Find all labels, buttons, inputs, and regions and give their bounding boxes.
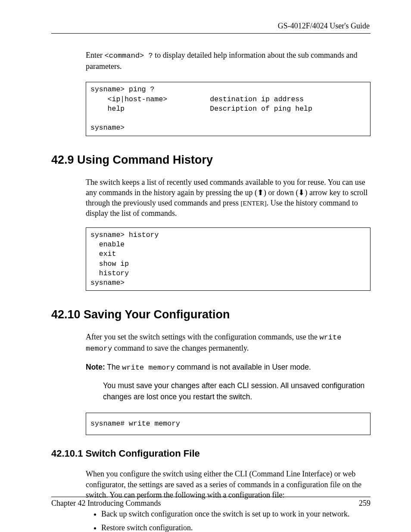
page-footer: Chapter 42 Introducing Commands 259 [51,497,371,508]
sc-text-a: After you set the switch settings with t… [86,333,319,341]
note-write-memory-cmd: write memory [122,364,174,372]
switch-config-paragraph: When you configure the switch using eith… [86,469,371,500]
heading-command-history: 42.9 Using Command History [51,153,371,167]
footer-rule [51,497,371,497]
note-label: Note: [86,363,105,371]
footer-chapter: Chapter 42 Introducing Commands [51,499,161,508]
ch-text-b: ) or down ( [264,188,298,197]
intro-pre: Enter [86,51,104,59]
code-ping-help: sysname> ping ? <ip|host-name> destinati… [86,82,371,136]
sc-text-b: command to save the changes permanently. [112,344,249,352]
config-file-bullets: Back up switch configuration once the sw… [93,509,371,532]
note-line: Note: The write memory command is not av… [86,363,371,372]
code-history: sysname> history enable exit show ip his… [86,227,371,291]
heading-switch-config-file: 42.10.1 Switch Configuration File [51,448,371,459]
running-header: GS-4012F/4024 User's Guide [51,22,371,31]
intro-paragraph: Enter <command> ? to display detailed he… [86,50,371,72]
footer-page-number: 259 [359,499,371,508]
page: GS-4012F/4024 User's Guide Enter <comman… [0,0,411,532]
list-item: Restore switch configuration. [101,523,371,532]
saving-config-paragraph: After you set the switch settings with t… [86,332,371,354]
note-body: You must save your changes after each CL… [103,380,371,402]
heading-saving-config: 42.10 Saving Your Configuration [51,308,371,321]
command-history-paragraph: The switch keeps a list of recently used… [86,177,371,219]
enter-key: [ENTER] [240,199,266,207]
header-rule [51,33,371,34]
note-text-a: The [105,363,122,371]
list-item: Back up switch configuration once the sw… [101,509,371,519]
down-arrow-icon: ⬇ [298,188,305,197]
up-arrow-icon: ⬆ [257,188,264,197]
note-text-b: command is not available in User mode. [175,363,311,371]
intro-command: <command> ? [104,52,153,60]
code-write-memory: sysname# write memory [86,413,371,435]
